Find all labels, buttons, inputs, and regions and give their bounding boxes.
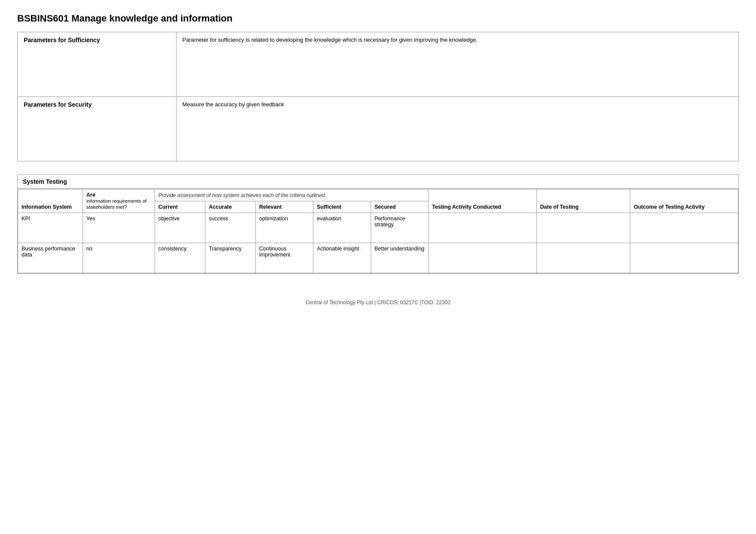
sufficiency-content: Parameter for sufficiency is related to …: [176, 32, 739, 97]
cell-relevant: Continuous improvement: [256, 243, 313, 273]
sufficiency-label: Parameters for Sufficiency: [18, 32, 177, 97]
page-container: BSBINS601 Manage knowledge and informati…: [0, 0, 756, 331]
th-secured: Secured: [371, 201, 428, 213]
th-italic-note: Provide assessment of how system achieve…: [155, 189, 428, 201]
page-title: BSBINS601 Manage knowledge and informati…: [17, 13, 739, 24]
parameters-table: Parameters for Sufficiency Parameter for…: [17, 32, 739, 161]
security-label: Parameters for Security: [18, 97, 177, 161]
security-row: Parameters for Security Measure the accu…: [18, 97, 739, 161]
cell-info-system: KPI: [18, 213, 83, 243]
th-outcome: Outcome of Testing Activity: [630, 189, 738, 213]
cell-current: objective: [155, 213, 205, 243]
cell-accurate: Transparency: [205, 243, 255, 273]
sufficiency-row: Parameters for Sufficiency Parameter for…: [18, 32, 739, 97]
table-row: Business performance datanoconsistencyTr…: [18, 243, 738, 273]
cell-are: Yes: [83, 213, 155, 243]
footer: Central of Technology Pty Ltd | CRICOS: …: [17, 299, 739, 306]
th-sufficient: Sufficient: [313, 201, 371, 213]
cell-sufficient: Actionable insight: [313, 243, 371, 273]
cell-date-of-testing: [536, 213, 630, 243]
system-testing-table: Information System Are information requi…: [18, 189, 738, 273]
cell-relevant: optimization: [256, 213, 313, 243]
cell-are: no: [83, 243, 155, 273]
security-content: Measure the accuracy by given feedback: [176, 97, 739, 161]
cell-secured: Better understanding: [371, 243, 428, 273]
cell-date-of-testing: [536, 243, 630, 273]
system-testing-body: KPIYesobjectivesuccessoptimizationevalua…: [18, 213, 738, 273]
cell-sufficient: evaluation: [313, 213, 371, 243]
cell-outcome: [630, 213, 738, 243]
th-date-of-testing: Date of Testing: [536, 189, 630, 213]
cell-testing-activity: [428, 213, 536, 243]
th-info-system: Information System: [18, 189, 83, 213]
cell-accurate: success: [205, 213, 255, 243]
system-testing-title: System Testing: [18, 175, 738, 189]
cell-outcome: [630, 243, 738, 273]
th-are: Are information requirements of stakehol…: [83, 189, 155, 213]
cell-secured: Performance strategy: [371, 213, 428, 243]
cell-info-system: Business performance data: [18, 243, 83, 273]
cell-current: consistency: [155, 243, 205, 273]
table-header-row: Information System Are information requi…: [18, 189, 738, 201]
th-relevant: Relevant: [256, 201, 313, 213]
th-testing-activity: Testing Activity Conducted: [428, 189, 536, 213]
th-accurate: Accurate: [205, 201, 255, 213]
table-row: KPIYesobjectivesuccessoptimizationevalua…: [18, 213, 738, 243]
th-current: Current: [155, 201, 205, 213]
cell-testing-activity: [428, 243, 536, 273]
system-testing-section: System Testing Information System Are in…: [17, 174, 739, 274]
